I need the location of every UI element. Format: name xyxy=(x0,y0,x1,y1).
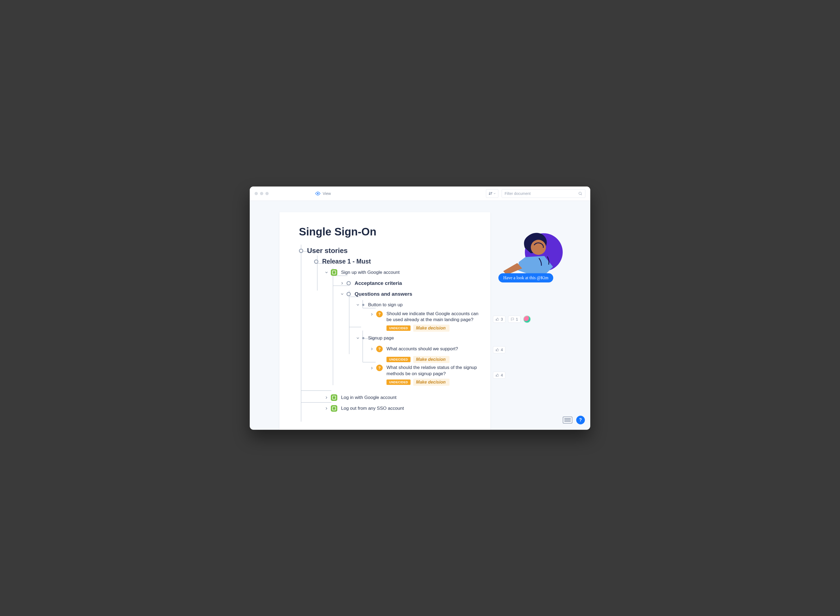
mention-bubble: Have a look at this @Kim xyxy=(498,273,553,282)
row-signup-page-q1[interactable]: ? What accounts should we support? xyxy=(299,343,479,354)
row-user-stories[interactable]: User stories xyxy=(299,245,479,256)
user-stories-label: User stories xyxy=(307,246,347,255)
thumbs-count: 3 xyxy=(501,317,503,321)
undecided-badge: UNDECIDED xyxy=(387,326,410,331)
row-qa[interactable]: Questions and answers xyxy=(299,289,479,299)
row-button-signup[interactable]: Button to sign up xyxy=(299,299,479,310)
utility-tray: ? xyxy=(563,416,585,424)
app-window: View xyxy=(250,186,590,430)
search-icon xyxy=(578,191,582,196)
question-mark-icon: ? xyxy=(579,418,582,422)
toolbar: View xyxy=(250,186,590,201)
dot-icon xyxy=(362,304,364,306)
persona-svg xyxy=(498,231,569,277)
persona-illustration: Have a look at this @Kim xyxy=(498,231,569,282)
view-mode-label: View xyxy=(323,191,331,196)
row-release-1[interactable]: Release 1 - Must xyxy=(299,256,479,267)
signup-page-label: Signup page xyxy=(368,336,394,341)
question-1-text: Should we indicate that Google accounts … xyxy=(387,311,479,323)
undecided-badge: UNDECIDED xyxy=(387,357,410,362)
chevron-right-icon[interactable] xyxy=(369,365,375,371)
row-login-google[interactable]: Log in with Google account xyxy=(299,392,479,403)
chevron-down-icon[interactable] xyxy=(355,302,361,308)
body: Single Sign-On User stories Release 1 - … xyxy=(250,201,590,430)
keyboard-shortcuts-button[interactable] xyxy=(563,417,572,424)
logout-sso-label: Log out from any SSO account xyxy=(341,406,404,411)
make-decision-button[interactable]: Make decision xyxy=(413,379,449,386)
question-icon: ? xyxy=(376,346,383,352)
release-1-label: Release 1 - Must xyxy=(322,258,371,265)
acceptance-criteria-label: Acceptance criteria xyxy=(355,280,402,286)
decision-row-q1: UNDECIDED Make decision xyxy=(299,325,479,331)
question-icon: ? xyxy=(376,365,383,371)
thumbs-icon xyxy=(495,317,499,321)
chevron-right-icon[interactable] xyxy=(339,280,345,286)
signup-google-label: Sign up with Google account xyxy=(341,270,399,275)
view-mode-button[interactable]: View xyxy=(315,191,331,196)
thumbs-chip[interactable]: 3 xyxy=(493,316,506,323)
thumbs-icon xyxy=(495,348,499,352)
row-logout-sso[interactable]: Log out from any SSO account xyxy=(299,403,479,414)
bullet-icon xyxy=(299,249,303,253)
thumbs-chip[interactable]: 4 xyxy=(493,372,506,379)
bullet-icon xyxy=(346,281,351,285)
decision-row-sp-q2: UNDECIDED Make decision xyxy=(299,379,479,386)
help-button[interactable]: ? xyxy=(576,416,585,424)
chevron-down-icon xyxy=(493,192,496,195)
document: Single Sign-On User stories Release 1 - … xyxy=(280,212,490,430)
window-controls xyxy=(255,192,269,195)
traffic-light-min[interactable] xyxy=(260,192,263,195)
bullet-icon xyxy=(314,260,318,264)
row-acceptance-criteria[interactable]: Acceptance criteria xyxy=(299,278,479,289)
bullet-icon xyxy=(346,292,351,296)
thumbs-chip[interactable]: 4 xyxy=(493,346,506,353)
page-title: Single Sign-On xyxy=(299,226,479,238)
story-icon xyxy=(331,405,337,412)
row-signup-page[interactable]: Signup page xyxy=(299,333,479,343)
chevron-right-icon[interactable] xyxy=(369,312,375,317)
thumbs-count: 4 xyxy=(501,373,503,377)
thumbs-icon xyxy=(495,373,499,377)
side-column: Have a look at this @Kim 3 1 xyxy=(493,231,579,282)
undecided-badge: UNDECIDED xyxy=(387,380,410,385)
signup-page-q1-text: What accounts should we support? xyxy=(387,346,458,352)
question-icon: ? xyxy=(376,311,383,317)
chevron-right-icon[interactable] xyxy=(324,395,329,400)
comments-count: 1 xyxy=(516,317,518,321)
story-icon xyxy=(331,269,337,276)
sort-icon xyxy=(488,191,493,196)
decision-row-sp-q1: UNDECIDED Make decision xyxy=(299,356,479,363)
avatar[interactable] xyxy=(523,315,531,323)
qa-label: Questions and answers xyxy=(355,291,412,297)
chevron-right-icon[interactable] xyxy=(369,346,375,352)
comment-icon xyxy=(510,317,514,321)
traffic-light-max[interactable] xyxy=(265,192,269,195)
chevron-down-icon[interactable] xyxy=(355,336,361,341)
sort-button[interactable] xyxy=(486,189,498,198)
chevron-down-icon[interactable] xyxy=(324,270,329,275)
reactions-sp-q1: 4 xyxy=(493,343,506,353)
eye-icon xyxy=(315,191,321,196)
signup-page-q2-text: What should the relative status of the s… xyxy=(387,365,479,377)
thumbs-count: 4 xyxy=(501,348,503,352)
row-signup-page-q2[interactable]: ? What should the relative status of the… xyxy=(299,365,479,377)
dot-icon xyxy=(362,337,364,339)
filter-input[interactable] xyxy=(504,191,578,196)
comments-chip[interactable]: 1 xyxy=(508,316,520,323)
row-signup-google[interactable]: Sign up with Google account xyxy=(299,267,479,278)
button-signup-label: Button to sign up xyxy=(368,302,403,308)
chevron-right-icon[interactable] xyxy=(324,406,329,411)
reactions-sp-q2: 4 xyxy=(493,368,506,379)
make-decision-button[interactable]: Make decision xyxy=(413,325,449,331)
story-icon xyxy=(331,395,337,401)
svg-point-0 xyxy=(317,193,319,194)
row-question-1[interactable]: ? Should we indicate that Google account… xyxy=(299,311,479,323)
login-google-label: Log in with Google account xyxy=(341,395,396,400)
reactions-q1: 3 1 xyxy=(493,312,531,323)
traffic-light-close[interactable] xyxy=(255,192,258,195)
chevron-down-icon[interactable] xyxy=(339,291,345,297)
filter-field-wrap xyxy=(501,189,585,198)
make-decision-button[interactable]: Make decision xyxy=(413,356,449,363)
